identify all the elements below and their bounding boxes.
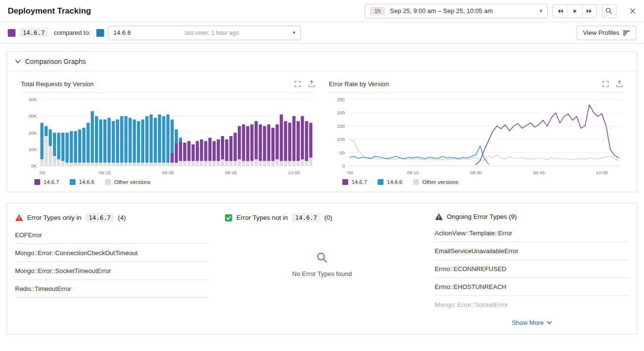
legend-item[interactable]: 14.6.7 [34, 179, 59, 185]
view-profiles-button[interactable]: View Profiles [577, 26, 636, 40]
error-rate-chart[interactable]: 050100150200250:0009:1509:3009:4510:00 [329, 95, 623, 178]
svg-text::00: :00 [39, 170, 46, 175]
svg-text:30K: 30K [29, 113, 37, 119]
close-button[interactable]: ✕ [629, 7, 636, 15]
topbar-controls: 1h Sep 25, 9:00 am – Sep 25, 10:05 am ▾ … [365, 4, 636, 18]
svg-text:10K: 10K [29, 147, 37, 152]
errors-not-in-column: Error Types not in 14.6.7 (0) No Error T… [225, 208, 419, 326]
chevron-down-icon [547, 321, 552, 324]
play-icon [571, 8, 578, 15]
total-requests-chart[interactable]: 0K10K20K30K40K:0009:1509:3009:4510:00 [21, 95, 315, 178]
version-compare-bar: 14.6.7 compared to: 14.6.6 last seen: 1 … [0, 22, 644, 44]
error-type-item: EmailServiceUnavailableError [435, 242, 629, 260]
svg-text:09:15: 09:15 [407, 170, 419, 175]
errors-only-in-count: (4) [118, 214, 126, 221]
errors-only-in-column: Error Types only in 14.6.7 (4) EOFErrorM… [15, 208, 209, 326]
profiles-icon [623, 30, 630, 36]
expand-icon[interactable] [294, 80, 301, 88]
svg-text:09:45: 09:45 [225, 170, 237, 175]
export-icon[interactable] [616, 80, 623, 88]
errors-only-in-title: Error Types only in [27, 214, 81, 221]
error-rate-legend: 14.6.714.6.6Other versions [329, 178, 623, 189]
errors-not-in-header: Error Types not in 14.6.7 (0) [225, 208, 419, 226]
total-requests-chart-card: Total Requests by Version 0K10K20K30K40K… [14, 77, 322, 189]
skip-back-icon [556, 8, 564, 15]
svg-text:150: 150 [337, 123, 345, 129]
comparison-graphs-header[interactable]: Comparison Graphs [7, 52, 637, 71]
compare-version-select[interactable]: 14.6.6 last seen: 1 hour ago ▾ [108, 26, 301, 40]
show-more-label: Show More [512, 319, 544, 326]
svg-text:0K: 0K [31, 163, 37, 168]
errors-ongoing-column: Ongoing Error Types (9) ActionView::Temp… [435, 208, 629, 326]
warning-red-icon [15, 214, 23, 221]
chart-actions [294, 80, 315, 88]
chart-header: Total Requests by Version [21, 77, 315, 93]
empty-state: No Error Types found [225, 251, 419, 277]
play-button[interactable] [567, 5, 582, 17]
svg-text:10:00: 10:00 [596, 170, 608, 175]
svg-text:20K: 20K [29, 130, 37, 136]
chevron-down-icon [15, 60, 21, 63]
version-badge: 14.6.7 [292, 213, 321, 222]
error-type-item: Redis::TimeoutError [15, 280, 209, 298]
version-badge: 14.6.7 [85, 213, 114, 222]
main-content: Comparison Graphs Total Requests by Vers… [0, 44, 644, 335]
svg-text:10:00: 10:00 [288, 170, 300, 175]
time-range-picker[interactable]: 1h Sep 25, 9:00 am – Sep 25, 10:05 am ▾ [365, 4, 548, 18]
legend-item[interactable]: Other versions [105, 179, 151, 185]
error-type-item: Mongo::Error::ConnectionCheckOutTimeout [15, 244, 209, 262]
last-seen-label: last seen: 1 hour ago [184, 30, 239, 36]
svg-text:200: 200 [337, 110, 345, 115]
topbar: Deployment Tracking 1h Sep 25, 9:00 am –… [0, 0, 644, 22]
total-requests-legend: 14.6.714.6.6Other versions [21, 178, 315, 189]
svg-text:09:45: 09:45 [533, 170, 545, 175]
compared-to-label: compared to: [54, 29, 91, 36]
selected-version: 14.6.6 [113, 29, 131, 36]
page-title: Deployment Tracking [8, 6, 91, 16]
primary-version-swatch [8, 29, 15, 37]
error-type-item: Errno::ECONNREFUSED [435, 260, 629, 278]
check-green-icon [225, 214, 232, 222]
svg-text:250: 250 [337, 97, 345, 102]
error-type-item: Mongo::Error::SocketError [435, 296, 629, 313]
chart-actions [602, 80, 623, 88]
error-types-panel: Error Types only in 14.6.7 (4) EOFErrorM… [7, 203, 637, 335]
error-type-item: Errno::EHOSTUNREACH [435, 278, 629, 296]
secondary-version-swatch [96, 29, 104, 37]
svg-text:09:15: 09:15 [99, 170, 111, 175]
svg-text:09:30: 09:30 [162, 170, 174, 175]
magnifier-icon [605, 7, 613, 15]
chart-title: Error Rate by Version [329, 80, 389, 88]
expand-icon[interactable] [602, 80, 609, 88]
view-profiles-label: View Profiles [583, 29, 619, 36]
errors-only-in-header: Error Types only in 14.6.7 (4) [15, 208, 209, 226]
svg-text:100: 100 [337, 137, 345, 142]
error-rate-chart-card: Error Rate by Version 050100150200250:00… [322, 77, 630, 189]
legend-item[interactable]: 14.6.7 [342, 179, 367, 185]
empty-state-text: No Error Types found [292, 270, 352, 277]
svg-text:50: 50 [339, 150, 345, 155]
chart-header: Error Rate by Version [329, 77, 623, 93]
skip-back-button[interactable] [553, 5, 567, 17]
svg-text::00: :00 [347, 170, 353, 175]
time-range-label: Sep 25, 9:00 am – Sep 25, 10:05 am [390, 7, 492, 15]
chevron-down-icon: ▾ [539, 8, 542, 14]
skip-forward-icon [585, 8, 593, 15]
error-type-item: Mongo::Error::SocketTimeoutError [15, 262, 209, 280]
export-icon[interactable] [308, 80, 315, 88]
chart-title: Total Requests by Version [21, 80, 93, 88]
time-nav-group [552, 4, 597, 18]
zoom-search-button[interactable] [602, 4, 616, 18]
svg-text:09:30: 09:30 [470, 170, 482, 175]
errors-ongoing-header: Ongoing Error Types (9) [435, 208, 629, 224]
only-in-list: EOFErrorMongo::Error::ConnectionCheckOut… [15, 226, 209, 298]
chevron-down-icon: ▾ [292, 30, 295, 36]
magnifier-icon [316, 251, 328, 264]
legend-item[interactable]: 14.6.6 [378, 179, 402, 185]
legend-item[interactable]: Other versions [413, 179, 459, 185]
legend-item[interactable]: 14.6.6 [70, 179, 94, 185]
charts-row: Total Requests by Version 0K10K20K30K40K… [7, 71, 637, 192]
skip-forward-button[interactable] [582, 5, 597, 17]
show-more-button[interactable]: Show More [435, 313, 629, 326]
errors-not-in-count: (0) [324, 214, 333, 221]
